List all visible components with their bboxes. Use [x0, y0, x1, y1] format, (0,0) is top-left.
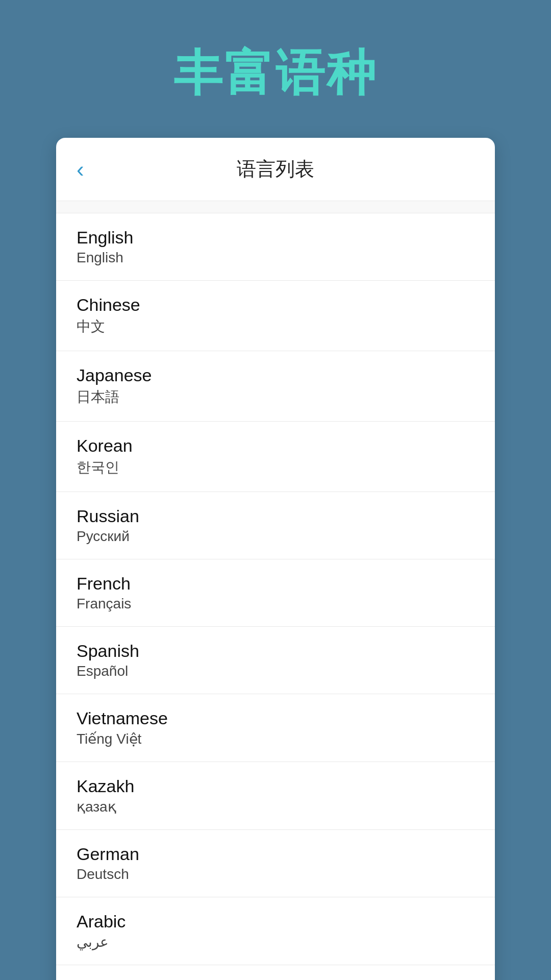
list-item[interactable]: Japanese日本語	[56, 351, 495, 422]
list-item[interactable]: Arabicعربي	[56, 897, 495, 965]
language-native: Español	[77, 663, 474, 679]
page-title: 丰富语种	[173, 41, 378, 107]
language-name: Chinese	[77, 295, 474, 315]
language-native: 日本語	[77, 387, 474, 407]
list-item[interactable]: Kazakhқазақ	[56, 762, 495, 830]
language-name: Korean	[77, 436, 474, 456]
language-name: French	[77, 574, 474, 594]
list-item[interactable]: Chinese中文	[56, 281, 495, 351]
language-native: English	[77, 250, 474, 266]
card-header: ‹ 语言列表	[56, 138, 495, 201]
list-item[interactable]: GermanDeutsch	[56, 830, 495, 897]
language-native: Tiếng Việt	[77, 730, 474, 747]
language-name: Japanese	[77, 365, 474, 385]
language-name: Kazakh	[77, 776, 474, 796]
language-native: Français	[77, 596, 474, 612]
header-title: 语言列表	[77, 156, 474, 182]
language-name: Spanish	[77, 641, 474, 661]
language-list: EnglishEnglishChinese中文Japanese日本語Korean…	[56, 213, 495, 980]
list-item[interactable]: FrenchFrançais	[56, 559, 495, 627]
language-name: Vietnamese	[77, 708, 474, 728]
list-item[interactable]: VietnameseTiếng Việt	[56, 694, 495, 762]
language-native: қазақ	[77, 798, 474, 815]
list-item[interactable]: Korean한국인	[56, 422, 495, 492]
language-list-card: ‹ 语言列表 EnglishEnglishChinese中文Japanese日本…	[56, 138, 495, 980]
language-name: Arabic	[77, 912, 474, 932]
language-native: 中文	[77, 317, 474, 336]
language-native: Русский	[77, 528, 474, 545]
list-item[interactable]: Thaiแบบไทย	[56, 965, 495, 980]
language-name: Russian	[77, 506, 474, 526]
language-name: English	[77, 228, 474, 248]
list-item[interactable]: RussianРусский	[56, 492, 495, 559]
language-native: عربي	[77, 934, 474, 950]
list-item[interactable]: EnglishEnglish	[56, 213, 495, 281]
spacer	[56, 201, 495, 213]
language-name: German	[77, 844, 474, 864]
language-native: 한국인	[77, 458, 474, 477]
back-button[interactable]: ‹	[77, 158, 84, 181]
language-native: Deutsch	[77, 866, 474, 883]
list-item[interactable]: SpanishEspañol	[56, 627, 495, 694]
